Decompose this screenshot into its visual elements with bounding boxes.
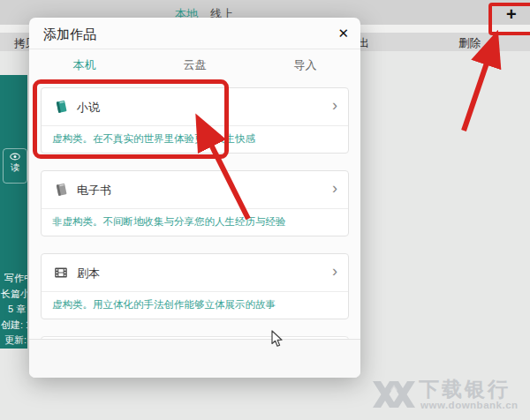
novel-item-button[interactable]: 小说 › <box>42 88 348 125</box>
work-created: 创建: 1 <box>0 318 27 334</box>
list-item-script: 剧本 › 虚构类。用立体化的手法创作能够立体展示的故事 <box>41 253 349 319</box>
modal-tab-local[interactable]: 本机 <box>29 57 140 73</box>
chevron-right-icon: › <box>332 96 337 115</box>
ebook-item-label: 电子书 <box>77 183 111 199</box>
script-item-button[interactable]: 剧本 › <box>42 254 348 291</box>
work-status: 写作中 <box>0 271 27 287</box>
add-work-button[interactable]: + <box>506 5 517 23</box>
book-gray-icon <box>53 182 69 198</box>
list-item-novel: 小说 › 虚构类。在不真实的世界里体验更多人生快感 <box>41 87 349 154</box>
watermark-url: www.downbank.cn <box>420 400 519 410</box>
read-button[interactable]: 读 <box>3 148 27 184</box>
modal-footer <box>29 339 360 378</box>
novel-item-desc: 虚构类。在不真实的世界里体验更多人生快感 <box>42 126 348 153</box>
film-icon <box>53 265 69 281</box>
close-icon[interactable]: ✕ <box>337 26 349 41</box>
book-teal-icon <box>53 99 69 115</box>
modal-tab-import[interactable]: 导入 <box>250 57 360 73</box>
work-chapters: 5 章 <box>0 302 27 318</box>
read-button-label: 读 <box>11 162 19 172</box>
chevron-right-icon: › <box>332 262 337 281</box>
delete-button[interactable]: 删除 <box>458 36 481 51</box>
script-item-desc: 虚构类。用立体化的手法创作能够立体展示的故事 <box>42 292 348 319</box>
eye-icon <box>10 153 20 161</box>
modal-titlebar: 添加作品 ✕ <box>29 18 360 49</box>
work-updated: 更新: 1 <box>0 333 27 349</box>
work-card-meta: 写作中 长篇小说 5 章 创建: 1 更新: 1 <box>0 271 27 349</box>
script-item-label: 剧本 <box>77 266 100 281</box>
work-card[interactable]: 读 写作中 长篇小说 5 章 创建: 1 更新: 1 <box>0 75 27 349</box>
work-type: 长篇小说 <box>0 287 27 303</box>
modal-title: 添加作品 <box>43 26 96 43</box>
list-item-partial[interactable] <box>41 336 349 339</box>
ebook-item-button[interactable]: 电子书 › <box>42 171 348 208</box>
modal-tabs: 本机 云盘 导入 <box>29 49 360 81</box>
list-item-ebook: 电子书 › 非虚构类。不间断地收集与分享您的人生经历与经验 <box>41 170 349 236</box>
downbank-logo-icon <box>373 381 415 409</box>
novel-item-label: 小说 <box>77 100 100 116</box>
work-type-list: 小说 › 虚构类。在不真实的世界里体验更多人生快感 电子书 › 非虚构类。不间 <box>41 81 349 339</box>
chevron-right-icon: › <box>332 179 337 198</box>
add-work-modal: 添加作品 ✕ 本机 云盘 导入 小说 › 虚构类。在不真实的世界里体验更多人生快… <box>29 18 360 378</box>
watermark: 下载银行 www.downbank.cn <box>373 374 523 415</box>
ebook-item-desc: 非虚构类。不间断地收集与分享您的人生经历与经验 <box>42 209 348 236</box>
modal-tab-cloud[interactable]: 云盘 <box>140 57 250 73</box>
